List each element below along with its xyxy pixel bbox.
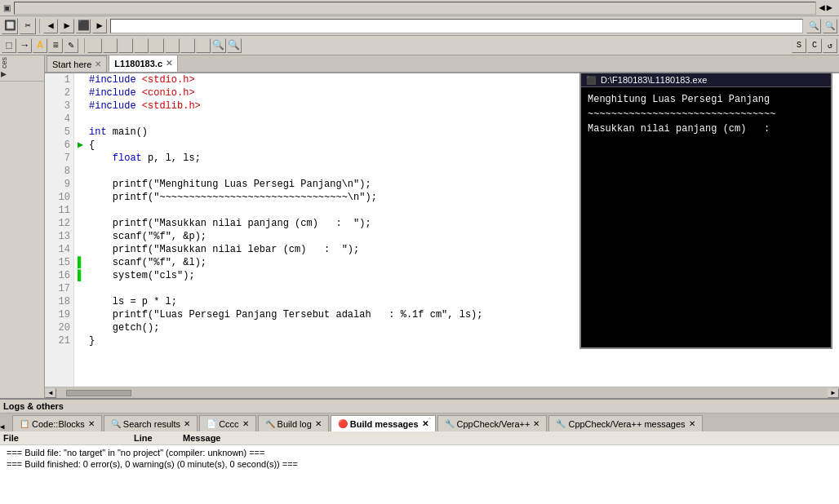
tab-l1180183-close[interactable]: ✕	[166, 59, 172, 68]
r-btn[interactable]: ↺	[823, 38, 837, 53]
type-btn[interactable]	[149, 38, 164, 53]
tb-btn4[interactable]: ✎	[64, 38, 78, 53]
btab-cccc[interactable]: 📄Cccc✕	[199, 415, 255, 431]
tab-start-here-label: Start here	[52, 60, 91, 69]
btab-close-1[interactable]: ✕	[184, 419, 190, 428]
title-dropdown[interactable]	[14, 2, 816, 15]
tb-btn3[interactable]: ≡	[48, 38, 63, 53]
btab-label-1: Search results	[123, 419, 180, 429]
box-btn[interactable]	[118, 38, 133, 53]
s-btn[interactable]: S	[792, 38, 806, 53]
tb-btn[interactable]: ⬚	[2, 38, 16, 53]
toolbar-btn-2[interactable]: ✂	[20, 18, 36, 34]
menu-bar: ▣ ◀ ▶	[0, 0, 839, 16]
tab-start-here-close[interactable]: ✕	[95, 60, 101, 69]
build-btn[interactable]: ▶	[92, 19, 107, 33]
btab-label-5: CppCheck/Vera++	[457, 419, 530, 429]
btab-close-2[interactable]: ✕	[242, 419, 249, 428]
btab-build_log[interactable]: 🔨Build log✕	[258, 415, 329, 431]
build-message: === Build finished: 0 error(s), 0 warnin…	[3, 458, 836, 470]
btab-label-2: Cccc	[219, 419, 238, 429]
bottom-panel-title: Logs & others	[3, 401, 64, 411]
box2-btn[interactable]	[196, 38, 211, 53]
hscrollbar[interactable]: ◀ ▶	[45, 387, 839, 398]
arrow-right[interactable]: ▶	[60, 19, 74, 33]
btab-build_messages[interactable]: 🔴Build messages✕	[331, 415, 436, 431]
toolbar-row-2: 🔲 ✂ ◀ ▶ ⬛ ▶ 🔍 🔍	[0, 16, 839, 36]
btab-close-5[interactable]: ✕	[533, 419, 539, 428]
scroll-right-btn[interactable]: ▶	[828, 388, 839, 398]
col-file-header: File	[3, 433, 134, 443]
build-messages: === Build file: "no target" in "no proje…	[0, 445, 839, 471]
bottom-content: File Line Message === Build file: "no ta…	[0, 431, 839, 504]
tab-l1180183[interactable]: L1180183.c ✕	[109, 55, 178, 72]
zoom-in[interactable]: 🔍	[823, 19, 837, 33]
line-numbers: 123456789101112131415161718192021	[45, 73, 74, 387]
line-btn[interactable]	[180, 38, 195, 53]
zoom2-btn[interactable]: 🔍	[227, 38, 242, 53]
nav-forward[interactable]: ▶	[827, 2, 832, 14]
btab-close-6[interactable]: ✕	[689, 419, 695, 428]
build-message: === Build file: "no target" in "no proje…	[3, 447, 836, 458]
cursor-btn[interactable]	[87, 38, 102, 53]
arrow-left[interactable]: ◀	[43, 19, 58, 33]
bottom-panel-header: Logs & others	[0, 400, 839, 413]
tab-start-here[interactable]: Start here ✕	[47, 55, 107, 72]
col-line-header: Line	[134, 433, 183, 443]
btab-close-3[interactable]: ✕	[315, 419, 322, 428]
btab-label-3: Build log	[277, 419, 312, 429]
terminal-body[interactable]: Menghitung Luas Persegi Panjang~~~~~~~~~…	[581, 87, 831, 347]
zoom-out[interactable]: 🔍	[806, 19, 821, 33]
btab-close-4[interactable]: ✕	[422, 419, 428, 428]
toolbar-row-3: ⬚ → A ≡ ✎ 🔍 🔍 S C ↺	[0, 36, 839, 55]
search-bar-top[interactable]	[110, 19, 803, 33]
scroll-left-btn[interactable]: ◀	[45, 388, 56, 398]
arrow-up[interactable]: ⬛	[76, 19, 91, 33]
magnify-btn[interactable]: 🔍	[211, 38, 226, 53]
btab-close-0[interactable]: ✕	[88, 419, 95, 428]
btab-label-6: CppCheck/Vera++ messages	[568, 419, 685, 429]
sidebar-toggle[interactable]: ◀ ces	[0, 57, 8, 79]
btab-search_results[interactable]: 🔍Search results✕	[104, 415, 198, 431]
btab-code::blocks[interactable]: 📋Code::Blocks✕	[12, 415, 102, 431]
table-header: File Line Message	[0, 431, 839, 445]
tab-l1180183-label: L1180183.c	[114, 59, 162, 69]
col-msg-header: Message	[183, 433, 836, 443]
nav-back[interactable]: ◀	[819, 2, 825, 14]
terminal-window: ⬛ D:\F180183\L1180183.exe Menghitung Lua…	[579, 72, 832, 349]
terminal-title: D:\F180183\L1180183.exe	[601, 75, 707, 85]
select-btn[interactable]	[103, 38, 118, 53]
toolbar-btn-1[interactable]: 🔲	[2, 18, 18, 34]
bottom-panel: Logs & others ◀ 📋Code::Blocks✕🔍Search re…	[0, 398, 839, 504]
c-btn[interactable]: C	[807, 38, 822, 53]
bottom-tabs: ◀ 📋Code::Blocks✕🔍Search results✕📄Cccc✕🔨B…	[0, 413, 839, 431]
highlight-btn[interactable]: A	[33, 38, 47, 53]
btab-cppcheck_vera++[interactable]: 🔧CppCheck/Vera++✕	[437, 415, 548, 431]
terminal-icon: ⬛	[586, 76, 596, 85]
terminal-titlebar: ⬛ D:\F180183\L1180183.exe	[581, 73, 831, 87]
paint-btn[interactable]	[165, 38, 180, 53]
btab-label-0: Code::Blocks	[32, 419, 85, 429]
btab-cppcheck_vera++_messages[interactable]: 🔧CppCheck/Vera++ messages✕	[548, 415, 702, 431]
circle-btn[interactable]	[134, 38, 149, 53]
hscroll-thumb[interactable]	[66, 390, 131, 396]
btab-scroll-left[interactable]: ◀	[0, 422, 11, 431]
tb-btn2[interactable]: →	[17, 38, 32, 53]
left-sidebar: ◀ ces	[0, 55, 45, 398]
btab-label-4: Build messages	[350, 419, 419, 429]
tab-bar: Start here ✕ L1180183.c ✕	[45, 55, 839, 73]
